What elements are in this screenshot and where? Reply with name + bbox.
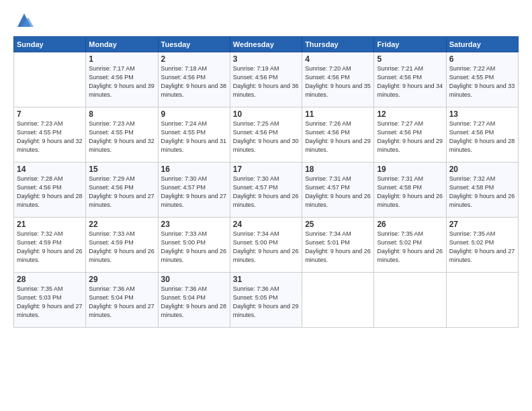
day-cell: 22 Sunrise: 7:33 AMSunset: 4:59 PMDaylig… [86, 218, 158, 273]
day-number: 18 [305, 165, 371, 174]
day-info: Sunrise: 7:35 AMSunset: 5:02 PMDaylight:… [377, 230, 443, 265]
day-info: Sunrise: 7:19 AMSunset: 4:56 PMDaylight:… [233, 64, 299, 99]
day-cell: 24 Sunrise: 7:34 AMSunset: 5:00 PMDaylig… [230, 218, 302, 273]
day-number: 10 [233, 109, 299, 119]
day-cell: 28 Sunrise: 7:35 AMSunset: 5:03 PMDaylig… [14, 273, 86, 328]
day-info: Sunrise: 7:20 AMSunset: 4:56 PMDaylight:… [305, 64, 371, 99]
day-number: 26 [377, 220, 443, 229]
day-number: 2 [161, 54, 227, 64]
day-info: Sunrise: 7:27 AMSunset: 4:56 PMDaylight:… [449, 120, 515, 154]
page: SundayMondayTuesdayWednesdayThursdayFrid… [0, 0, 532, 411]
day-cell: 23 Sunrise: 7:33 AMSunset: 5:00 PMDaylig… [158, 218, 230, 273]
day-info: Sunrise: 7:27 AMSunset: 4:56 PMDaylight:… [377, 120, 443, 154]
calendar-table: SundayMondayTuesdayWednesdayThursdayFrid… [13, 36, 519, 328]
day-number: 5 [377, 54, 443, 64]
header [13, 11, 519, 30]
day-info: Sunrise: 7:24 AMSunset: 4:55 PMDaylight:… [161, 120, 227, 154]
day-number: 23 [161, 220, 227, 229]
day-info: Sunrise: 7:33 AMSunset: 5:00 PMDaylight:… [161, 230, 227, 265]
day-number: 28 [17, 275, 83, 284]
day-cell: 4 Sunrise: 7:20 AMSunset: 4:56 PMDayligh… [302, 52, 374, 107]
day-cell: 3 Sunrise: 7:19 AMSunset: 4:56 PMDayligh… [230, 52, 302, 107]
header-cell-wednesday: Wednesday [230, 37, 302, 52]
day-cell [302, 273, 374, 328]
day-number: 21 [17, 220, 83, 229]
day-info: Sunrise: 7:31 AMSunset: 4:58 PMDaylight:… [377, 175, 443, 210]
day-cell: 27 Sunrise: 7:35 AMSunset: 5:02 PMDaylig… [446, 218, 518, 273]
header-cell-tuesday: Tuesday [158, 37, 230, 52]
day-cell: 9 Sunrise: 7:24 AMSunset: 4:55 PMDayligh… [158, 107, 230, 163]
day-cell: 1 Sunrise: 7:17 AMSunset: 4:56 PMDayligh… [86, 52, 158, 107]
week-row-3: 14 Sunrise: 7:28 AMSunset: 4:56 PMDaylig… [14, 163, 519, 218]
day-number: 16 [161, 165, 227, 174]
day-info: Sunrise: 7:34 AMSunset: 5:00 PMDaylight:… [233, 230, 299, 265]
day-number: 24 [233, 220, 299, 229]
week-row-2: 7 Sunrise: 7:23 AMSunset: 4:55 PMDayligh… [14, 107, 519, 163]
day-number: 12 [377, 109, 443, 119]
day-cell: 31 Sunrise: 7:36 AMSunset: 5:05 PMDaylig… [230, 273, 302, 328]
day-number: 15 [89, 165, 154, 174]
day-cell: 7 Sunrise: 7:23 AMSunset: 4:55 PMDayligh… [14, 107, 86, 163]
day-cell: 12 Sunrise: 7:27 AMSunset: 4:56 PMDaylig… [374, 107, 446, 163]
header-cell-sunday: Sunday [14, 37, 86, 52]
header-row: SundayMondayTuesdayWednesdayThursdayFrid… [14, 37, 519, 52]
day-number: 30 [161, 275, 227, 284]
day-cell: 8 Sunrise: 7:23 AMSunset: 4:55 PMDayligh… [86, 107, 158, 163]
day-cell: 29 Sunrise: 7:36 AMSunset: 5:04 PMDaylig… [86, 273, 158, 328]
day-number: 9 [161, 109, 227, 119]
day-info: Sunrise: 7:35 AMSunset: 5:02 PMDaylight:… [449, 230, 515, 265]
day-cell: 19 Sunrise: 7:31 AMSunset: 4:58 PMDaylig… [374, 163, 446, 218]
header-cell-thursday: Thursday [302, 37, 374, 52]
day-number: 31 [233, 275, 299, 284]
day-cell: 15 Sunrise: 7:29 AMSunset: 4:56 PMDaylig… [86, 163, 158, 218]
day-info: Sunrise: 7:30 AMSunset: 4:57 PMDaylight:… [233, 175, 299, 210]
day-cell: 11 Sunrise: 7:26 AMSunset: 4:56 PMDaylig… [302, 107, 374, 163]
day-number: 22 [89, 220, 154, 229]
header-cell-monday: Monday [86, 37, 158, 52]
day-number: 20 [449, 165, 515, 174]
day-cell: 21 Sunrise: 7:32 AMSunset: 4:59 PMDaylig… [14, 218, 86, 273]
day-cell: 16 Sunrise: 7:30 AMSunset: 4:57 PMDaylig… [158, 163, 230, 218]
day-cell: 13 Sunrise: 7:27 AMSunset: 4:56 PMDaylig… [446, 107, 518, 163]
day-cell: 5 Sunrise: 7:21 AMSunset: 4:56 PMDayligh… [374, 52, 446, 107]
logo [13, 11, 34, 30]
day-info: Sunrise: 7:26 AMSunset: 4:56 PMDaylight:… [305, 120, 371, 154]
day-cell: 18 Sunrise: 7:31 AMSunset: 4:57 PMDaylig… [302, 163, 374, 218]
day-info: Sunrise: 7:36 AMSunset: 5:05 PMDaylight:… [233, 285, 299, 320]
day-cell: 20 Sunrise: 7:32 AMSunset: 4:58 PMDaylig… [446, 163, 518, 218]
day-info: Sunrise: 7:25 AMSunset: 4:56 PMDaylight:… [233, 120, 299, 154]
day-info: Sunrise: 7:22 AMSunset: 4:55 PMDaylight:… [449, 64, 515, 99]
day-info: Sunrise: 7:35 AMSunset: 5:03 PMDaylight:… [17, 285, 83, 320]
day-cell: 2 Sunrise: 7:18 AMSunset: 4:56 PMDayligh… [158, 52, 230, 107]
day-info: Sunrise: 7:17 AMSunset: 4:56 PMDaylight:… [89, 64, 154, 99]
day-number: 7 [17, 109, 83, 119]
day-cell: 30 Sunrise: 7:36 AMSunset: 5:04 PMDaylig… [158, 273, 230, 328]
day-number: 29 [89, 275, 154, 284]
week-row-1: 1 Sunrise: 7:17 AMSunset: 4:56 PMDayligh… [14, 52, 519, 107]
day-number: 6 [449, 54, 515, 64]
day-number: 19 [377, 165, 443, 174]
day-info: Sunrise: 7:28 AMSunset: 4:56 PMDaylight:… [17, 175, 83, 210]
day-number: 11 [305, 109, 371, 119]
day-info: Sunrise: 7:21 AMSunset: 4:56 PMDaylight:… [377, 64, 443, 99]
day-number: 14 [17, 165, 83, 174]
day-number: 4 [305, 54, 371, 64]
day-info: Sunrise: 7:36 AMSunset: 5:04 PMDaylight:… [161, 285, 227, 320]
day-number: 17 [233, 165, 299, 174]
day-info: Sunrise: 7:30 AMSunset: 4:57 PMDaylight:… [161, 175, 227, 210]
week-row-4: 21 Sunrise: 7:32 AMSunset: 4:59 PMDaylig… [14, 218, 519, 273]
day-info: Sunrise: 7:36 AMSunset: 5:04 PMDaylight:… [89, 285, 154, 320]
day-info: Sunrise: 7:32 AMSunset: 4:58 PMDaylight:… [449, 175, 515, 210]
day-info: Sunrise: 7:34 AMSunset: 5:01 PMDaylight:… [305, 230, 371, 265]
day-cell [14, 52, 86, 107]
logo-icon [15, 11, 34, 30]
day-number: 13 [449, 109, 515, 119]
day-info: Sunrise: 7:33 AMSunset: 4:59 PMDaylight:… [89, 230, 154, 265]
day-info: Sunrise: 7:32 AMSunset: 4:59 PMDaylight:… [17, 230, 83, 265]
day-cell: 14 Sunrise: 7:28 AMSunset: 4:56 PMDaylig… [14, 163, 86, 218]
day-info: Sunrise: 7:23 AMSunset: 4:55 PMDaylight:… [17, 120, 83, 154]
day-cell: 17 Sunrise: 7:30 AMSunset: 4:57 PMDaylig… [230, 163, 302, 218]
day-number: 1 [89, 54, 154, 64]
day-cell: 10 Sunrise: 7:25 AMSunset: 4:56 PMDaylig… [230, 107, 302, 163]
day-number: 3 [233, 54, 299, 64]
